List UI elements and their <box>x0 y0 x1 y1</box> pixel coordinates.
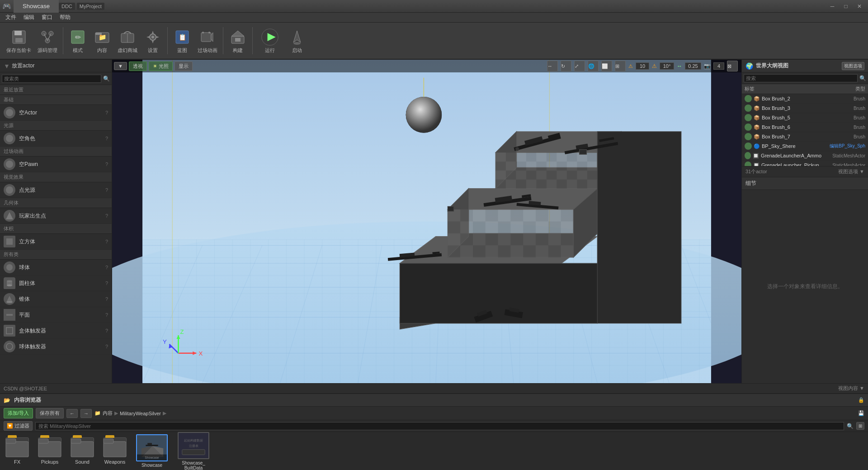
left-item-cube[interactable]: 立方体 ? <box>0 234 112 250</box>
view-content-btn[interactable]: 视图内容 ▼ <box>838 385 864 392</box>
visibility-toggle-2[interactable] <box>745 114 752 121</box>
visual-effects-label: 视觉效果 <box>0 172 112 182</box>
folder-fx[interactable]: FX <box>4 437 31 465</box>
rotation-snap-input[interactable] <box>660 62 674 70</box>
left-item-empty-role[interactable]: 空角色 ? <box>0 131 112 147</box>
svg-rect-93 <box>473 209 486 221</box>
viewport[interactable]: ▼ 透视 ☀ 光照 显示 ↔ ↻ ⤢ 🌐 ⬜ ⊞ ⚠ ⚠ <box>112 60 741 383</box>
outline-item-5[interactable]: 🔵 BP_Sky_Shere 编辑BP_Sky_Sph <box>742 142 868 151</box>
left-item-player-start[interactable]: 玩家出生点 ? <box>0 208 112 224</box>
folder-sound[interactable]: Sound <box>69 437 96 465</box>
outline-item-4[interactable]: 📦 Box Brush_7 Brush <box>742 132 868 142</box>
viewport-arrow-btn[interactable]: ▼ <box>114 62 127 70</box>
svg-rect-119 <box>536 152 547 161</box>
blueprint-btn[interactable]: 📋 蓝图 <box>170 26 194 56</box>
search-input[interactable] <box>2 75 101 83</box>
close-btn[interactable]: ✕ <box>853 0 866 13</box>
left-item-box-trigger[interactable]: 盒体触发器 ? <box>0 323 112 339</box>
outline-item-2[interactable]: 📦 Box Brush_5 Brush <box>742 113 868 123</box>
left-item-plane[interactable]: 平面 ? <box>0 307 112 323</box>
build-btn[interactable]: 构建 <box>226 26 250 56</box>
menu-file[interactable]: 文件 <box>2 13 20 22</box>
empty-pawn-label: 空Pawn <box>19 161 105 168</box>
translate-btn[interactable]: ↔ <box>547 61 558 71</box>
menu-window[interactable]: 窗口 <box>38 13 56 22</box>
left-item-sphere[interactable]: 球体 ? <box>0 260 112 275</box>
outline-search-input[interactable] <box>744 74 858 82</box>
sphere-icon <box>4 261 15 273</box>
perspective-btn[interactable]: 透视 <box>129 62 147 71</box>
camera-speed-input[interactable] <box>713 62 724 70</box>
visibility-toggle-3[interactable] <box>745 123 752 131</box>
breadcrumb-root[interactable]: 内容 <box>103 410 113 417</box>
visibility-toggle-1[interactable] <box>745 104 752 112</box>
visibility-toggle-7[interactable] <box>745 161 751 166</box>
outline-search-icon: 🔍 <box>859 75 866 81</box>
save-current-btn[interactable]: 保存当前卡 <box>4 26 34 56</box>
asset-showcase-builtdata[interactable]: 起始构建数据 注册表 Showcase_BuiltData <box>175 432 212 470</box>
grid-toggle-btn[interactable]: ⊞ <box>615 61 626 71</box>
builtdata-thumb: 起始构建数据 注册表 <box>178 432 209 459</box>
left-item-cylinder[interactable]: 圆柱体 ? <box>0 275 112 291</box>
visibility-toggle-4[interactable] <box>745 133 752 140</box>
minimize-btn[interactable]: ─ <box>826 0 839 13</box>
grid-size-input[interactable] <box>636 62 649 70</box>
left-item-empty-pawn[interactable]: 空Pawn ? <box>0 157 112 172</box>
content-btn[interactable]: 📁 内容 <box>90 26 114 56</box>
outline-view-options-btn[interactable]: 视图选项 <box>842 62 864 70</box>
forward-btn[interactable]: → <box>80 409 92 418</box>
left-item-empty-actor[interactable]: 空Actor ? <box>0 105 112 121</box>
marketplace-btn[interactable]: 虚幻商城 <box>115 26 140 56</box>
rotate-btn[interactable]: ↻ <box>561 61 571 71</box>
svg-marker-34 <box>6 212 13 219</box>
outline-item-1[interactable]: 📦 Box Brush_3 Brush <box>742 104 868 113</box>
cinematics-btn[interactable]: 过场动画 <box>195 26 220 56</box>
svg-rect-106 <box>548 233 561 245</box>
maximize-btn[interactable]: ⊠ <box>727 61 738 71</box>
left-item-cone[interactable]: 锥体 ? <box>0 291 112 307</box>
cb-view-options-btn[interactable]: ⊞ <box>856 422 864 430</box>
recently-placed-label: 最近放置 <box>0 85 112 95</box>
world-btn[interactable]: 🌐 <box>588 61 599 71</box>
menu-help[interactable]: 帮助 <box>56 13 74 22</box>
folder-pickups[interactable]: Pickups <box>36 437 63 465</box>
left-item-sphere-trigger[interactable]: 球体触发器 ? <box>0 339 112 355</box>
folder-weapons[interactable]: Weapons <box>101 437 128 465</box>
launch-btn[interactable]: 启动 <box>285 26 309 56</box>
lighting-btn[interactable]: ☀ 光照 <box>149 62 173 71</box>
brush-icon-1: 📦 <box>754 105 760 111</box>
filter-btn[interactable]: 🔽 过滤器 <box>4 421 33 431</box>
play-btn[interactable]: 运行 <box>255 26 284 56</box>
settings-btn[interactable]: 设置 <box>141 26 165 56</box>
restore-btn[interactable]: □ <box>839 0 853 13</box>
outline-item-6[interactable]: 🔲 GrenadeLauncherA_Ammo StaticMeshActor <box>742 151 868 161</box>
source-control-btn[interactable]: 源码管理 <box>35 26 60 56</box>
visibility-toggle-6[interactable] <box>745 152 751 159</box>
back-btn[interactable]: ← <box>66 409 78 418</box>
outline-item-7[interactable]: 🔲 GrenadeLauncher_Pickup StaticMeshActor <box>742 161 868 166</box>
save-all-btn[interactable]: 保存所有 <box>36 408 64 418</box>
breadcrumb-current[interactable]: MilitaryWeapSilver <box>120 411 161 416</box>
visibility-toggle-5[interactable] <box>745 142 752 150</box>
bp-icon-5: 🔵 <box>754 143 760 149</box>
svg-rect-97 <box>460 222 473 233</box>
left-panel: ▼ 放置actor 🔍 最近放置 基础 空Actor ? 光源 空角色 <box>0 60 112 383</box>
search-filter-input[interactable] <box>35 422 844 430</box>
svg-rect-130 <box>557 171 567 180</box>
add-import-label: 添加/导入 <box>8 410 29 416</box>
surface-btn[interactable]: ⬜ <box>601 61 612 71</box>
outline-item-0[interactable]: 📦 Box Brush_2 Brush <box>742 94 868 104</box>
menu-edit[interactable]: 编辑 <box>20 13 38 22</box>
add-import-btn[interactable]: 添加/导入 <box>4 408 33 418</box>
view-options-label[interactable]: 视图选项 ▼ <box>838 168 864 175</box>
mode-btn[interactable]: ✏ 模式 <box>66 26 90 56</box>
left-item-point-light[interactable]: 点光源 ? <box>0 182 112 198</box>
scale-btn[interactable]: ⤢ <box>574 61 585 71</box>
project-label: MyProject <box>77 3 104 10</box>
outline-item-3[interactable]: 📦 Box Brush_6 Brush <box>742 123 868 132</box>
show-btn[interactable]: 显示 <box>175 62 193 71</box>
scale-snap-input[interactable] <box>685 62 701 70</box>
visibility-toggle-0[interactable] <box>745 95 752 102</box>
search-filter-icon: 🔍 <box>847 423 854 429</box>
asset-showcase[interactable]: Showcase Showcase <box>134 434 170 468</box>
